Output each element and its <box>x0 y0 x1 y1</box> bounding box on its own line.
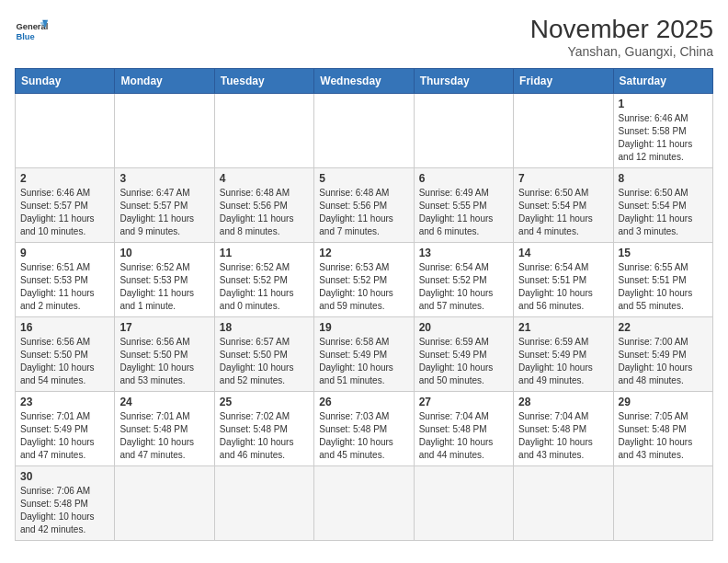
logo: General Blue <box>15 15 48 48</box>
calendar-cell: 17Sunrise: 6:56 AM Sunset: 5:50 PM Dayli… <box>115 317 214 392</box>
calendar-cell <box>16 94 115 168</box>
day-number: 22 <box>619 321 708 334</box>
day-number: 6 <box>419 172 508 185</box>
calendar-cell: 10Sunrise: 6:52 AM Sunset: 5:53 PM Dayli… <box>115 243 214 317</box>
calendar-cell <box>613 466 712 541</box>
day-info: Sunrise: 6:52 AM Sunset: 5:52 PM Dayligh… <box>220 261 309 313</box>
day-info: Sunrise: 7:03 AM Sunset: 5:48 PM Dayligh… <box>319 410 408 462</box>
calendar-cell: 2Sunrise: 6:46 AM Sunset: 5:57 PM Daylig… <box>16 168 115 243</box>
calendar-cell: 3Sunrise: 6:47 AM Sunset: 5:57 PM Daylig… <box>115 168 214 243</box>
calendar-cell: 4Sunrise: 6:48 AM Sunset: 5:56 PM Daylig… <box>214 168 313 243</box>
calendar-cell: 22Sunrise: 7:00 AM Sunset: 5:49 PM Dayli… <box>613 317 712 392</box>
day-info: Sunrise: 6:48 AM Sunset: 5:56 PM Dayligh… <box>220 187 309 238</box>
day-header-saturday: Saturday <box>613 69 712 94</box>
calendar-week-3: 9Sunrise: 6:51 AM Sunset: 5:53 PM Daylig… <box>16 243 713 317</box>
month-year-title: November 2025 <box>530 15 713 44</box>
day-header-thursday: Thursday <box>414 69 513 94</box>
day-number: 27 <box>419 396 508 408</box>
day-number: 5 <box>319 172 408 185</box>
calendar-cell: 27Sunrise: 7:04 AM Sunset: 5:48 PM Dayli… <box>414 392 513 466</box>
calendar-cell: 28Sunrise: 7:04 AM Sunset: 5:48 PM Dayli… <box>514 392 613 466</box>
day-info: Sunrise: 6:53 AM Sunset: 5:52 PM Dayligh… <box>319 261 408 313</box>
calendar-cell <box>115 94 214 168</box>
day-number: 20 <box>419 321 508 334</box>
day-info: Sunrise: 7:00 AM Sunset: 5:49 PM Dayligh… <box>619 336 708 387</box>
location-subtitle: Yanshan, Guangxi, China <box>530 44 713 59</box>
day-header-sunday: Sunday <box>16 69 115 94</box>
day-info: Sunrise: 6:59 AM Sunset: 5:49 PM Dayligh… <box>419 336 508 387</box>
day-info: Sunrise: 6:50 AM Sunset: 5:54 PM Dayligh… <box>518 187 608 238</box>
calendar-cell <box>314 94 414 168</box>
calendar-cell: 29Sunrise: 7:05 AM Sunset: 5:48 PM Dayli… <box>613 392 712 466</box>
calendar-cell <box>314 466 414 541</box>
day-number: 10 <box>119 247 209 259</box>
day-info: Sunrise: 6:52 AM Sunset: 5:53 PM Dayligh… <box>119 261 209 313</box>
day-number: 9 <box>20 247 109 259</box>
title-block: November 2025 Yanshan, Guangxi, China <box>530 15 713 59</box>
day-number: 16 <box>20 321 109 334</box>
day-info: Sunrise: 6:58 AM Sunset: 5:49 PM Dayligh… <box>319 336 408 387</box>
day-info: Sunrise: 7:02 AM Sunset: 5:48 PM Dayligh… <box>220 410 309 462</box>
day-info: Sunrise: 7:01 AM Sunset: 5:48 PM Dayligh… <box>119 410 209 462</box>
day-info: Sunrise: 6:51 AM Sunset: 5:53 PM Dayligh… <box>20 261 109 313</box>
day-header-wednesday: Wednesday <box>314 69 414 94</box>
day-number: 1 <box>619 98 708 110</box>
day-number: 23 <box>20 396 109 408</box>
calendar-cell <box>214 466 313 541</box>
calendar-cell <box>214 94 313 168</box>
day-header-monday: Monday <box>115 69 214 94</box>
calendar-week-2: 2Sunrise: 6:46 AM Sunset: 5:57 PM Daylig… <box>16 168 713 243</box>
calendar-cell: 13Sunrise: 6:54 AM Sunset: 5:52 PM Dayli… <box>414 243 513 317</box>
calendar-cell: 12Sunrise: 6:53 AM Sunset: 5:52 PM Dayli… <box>314 243 414 317</box>
day-number: 29 <box>619 396 708 408</box>
day-header-friday: Friday <box>514 69 613 94</box>
calendar-cell: 14Sunrise: 6:54 AM Sunset: 5:51 PM Dayli… <box>514 243 613 317</box>
calendar-cell: 26Sunrise: 7:03 AM Sunset: 5:48 PM Dayli… <box>314 392 414 466</box>
calendar-cell: 15Sunrise: 6:55 AM Sunset: 5:51 PM Dayli… <box>613 243 712 317</box>
day-number: 2 <box>20 172 109 185</box>
day-info: Sunrise: 6:46 AM Sunset: 5:58 PM Dayligh… <box>619 112 708 164</box>
day-info: Sunrise: 6:57 AM Sunset: 5:50 PM Dayligh… <box>220 336 309 387</box>
day-number: 8 <box>619 172 708 185</box>
calendar-week-1: 1Sunrise: 6:46 AM Sunset: 5:58 PM Daylig… <box>16 94 713 168</box>
day-info: Sunrise: 6:50 AM Sunset: 5:54 PM Dayligh… <box>619 187 708 238</box>
day-info: Sunrise: 6:54 AM Sunset: 5:51 PM Dayligh… <box>518 261 608 313</box>
day-number: 17 <box>119 321 209 334</box>
calendar-cell: 23Sunrise: 7:01 AM Sunset: 5:49 PM Dayli… <box>16 392 115 466</box>
day-number: 26 <box>319 396 408 408</box>
calendar-cell <box>414 94 513 168</box>
day-info: Sunrise: 7:05 AM Sunset: 5:48 PM Dayligh… <box>619 410 708 462</box>
calendar-cell: 1Sunrise: 6:46 AM Sunset: 5:58 PM Daylig… <box>613 94 712 168</box>
day-number: 12 <box>319 247 408 259</box>
day-number: 13 <box>419 247 508 259</box>
day-number: 18 <box>220 321 309 334</box>
day-number: 4 <box>220 172 309 185</box>
calendar-cell: 5Sunrise: 6:48 AM Sunset: 5:56 PM Daylig… <box>314 168 414 243</box>
day-info: Sunrise: 6:46 AM Sunset: 5:57 PM Dayligh… <box>20 187 109 238</box>
day-info: Sunrise: 6:59 AM Sunset: 5:49 PM Dayligh… <box>518 336 608 387</box>
calendar-week-6: 30Sunrise: 7:06 AM Sunset: 5:48 PM Dayli… <box>16 466 713 541</box>
calendar-cell: 30Sunrise: 7:06 AM Sunset: 5:48 PM Dayli… <box>16 466 115 541</box>
day-info: Sunrise: 6:49 AM Sunset: 5:55 PM Dayligh… <box>419 187 508 238</box>
calendar-cell <box>414 466 513 541</box>
svg-text:Blue: Blue <box>16 32 34 41</box>
day-info: Sunrise: 6:55 AM Sunset: 5:51 PM Dayligh… <box>619 261 708 313</box>
page-header: General Blue November 2025 Yanshan, Guan… <box>15 15 713 59</box>
day-number: 3 <box>119 172 209 185</box>
calendar-week-5: 23Sunrise: 7:01 AM Sunset: 5:49 PM Dayli… <box>16 392 713 466</box>
day-info: Sunrise: 6:54 AM Sunset: 5:52 PM Dayligh… <box>419 261 508 313</box>
day-number: 15 <box>619 247 708 259</box>
calendar-cell: 8Sunrise: 6:50 AM Sunset: 5:54 PM Daylig… <box>613 168 712 243</box>
calendar-cell: 7Sunrise: 6:50 AM Sunset: 5:54 PM Daylig… <box>514 168 613 243</box>
calendar-cell: 21Sunrise: 6:59 AM Sunset: 5:49 PM Dayli… <box>514 317 613 392</box>
day-info: Sunrise: 7:04 AM Sunset: 5:48 PM Dayligh… <box>518 410 608 462</box>
day-info: Sunrise: 6:47 AM Sunset: 5:57 PM Dayligh… <box>119 187 209 238</box>
day-info: Sunrise: 7:01 AM Sunset: 5:49 PM Dayligh… <box>20 410 109 462</box>
day-number: 28 <box>518 396 608 408</box>
day-info: Sunrise: 7:06 AM Sunset: 5:48 PM Dayligh… <box>20 485 109 536</box>
day-number: 25 <box>220 396 309 408</box>
day-number: 30 <box>20 470 109 483</box>
calendar-cell: 18Sunrise: 6:57 AM Sunset: 5:50 PM Dayli… <box>214 317 313 392</box>
calendar-cell <box>115 466 214 541</box>
logo-icon: General Blue <box>15 15 48 48</box>
